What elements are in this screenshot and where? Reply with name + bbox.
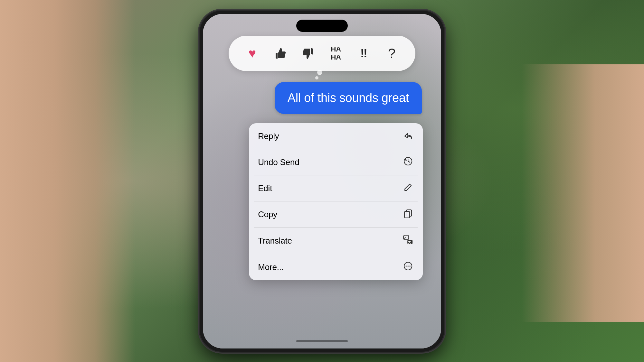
reply-icon xyxy=(402,130,414,142)
svg-point-9 xyxy=(407,265,409,267)
undo-send-label: Undo Send xyxy=(258,157,299,167)
reaction-heart-button[interactable]: ♥ xyxy=(241,42,263,65)
edit-pencil-icon xyxy=(402,182,414,194)
svg-text:文: 文 xyxy=(408,241,411,244)
reaction-like-button[interactable] xyxy=(269,42,291,65)
translate-icon: A 文 xyxy=(402,235,414,247)
context-menu: Reply Undo Send xyxy=(249,123,423,280)
reply-menu-item[interactable]: Reply xyxy=(249,123,423,149)
translate-menu-item[interactable]: Translate A 文 xyxy=(249,227,423,254)
edit-menu-item[interactable]: Edit xyxy=(249,175,423,201)
hand-left xyxy=(0,0,135,362)
translate-label: Translate xyxy=(258,236,292,246)
edit-label: Edit xyxy=(258,183,272,193)
undo-send-icon xyxy=(402,156,414,168)
message-text: All of this sounds great xyxy=(288,91,409,105)
reaction-emphasis-button[interactable]: ‼ xyxy=(353,42,375,65)
hand-right xyxy=(522,64,644,322)
reaction-question-button[interactable]: ? xyxy=(381,42,403,65)
thumbsup-icon xyxy=(274,47,287,60)
bubble-tail-small xyxy=(315,76,318,79)
svg-rect-2 xyxy=(404,211,410,218)
svg-point-10 xyxy=(409,265,411,267)
svg-text:A: A xyxy=(404,236,406,239)
dynamic-island xyxy=(296,20,348,32)
copy-label: Copy xyxy=(258,209,277,219)
undo-send-menu-item[interactable]: Undo Send xyxy=(249,149,423,175)
message-bubble: All of this sounds great xyxy=(275,82,422,114)
thumbsdown-icon xyxy=(302,47,315,60)
reply-label: Reply xyxy=(258,131,279,141)
phone-frame: ♥ HAHA ‼ ? All of this sounds great xyxy=(200,11,444,352)
more-label: More... xyxy=(258,262,284,272)
more-menu-item[interactable]: More... xyxy=(249,254,423,280)
home-indicator xyxy=(296,340,348,342)
phone-screen: ♥ HAHA ‼ ? All of this sounds great xyxy=(203,14,441,348)
more-icon xyxy=(402,261,414,273)
copy-menu-item[interactable]: Copy xyxy=(249,201,423,227)
reaction-dislike-button[interactable] xyxy=(297,42,319,65)
svg-point-8 xyxy=(405,265,407,267)
reaction-bar: ♥ HAHA ‼ ? xyxy=(229,36,415,71)
copy-icon xyxy=(402,209,414,220)
reaction-haha-button[interactable]: HAHA xyxy=(325,42,347,65)
